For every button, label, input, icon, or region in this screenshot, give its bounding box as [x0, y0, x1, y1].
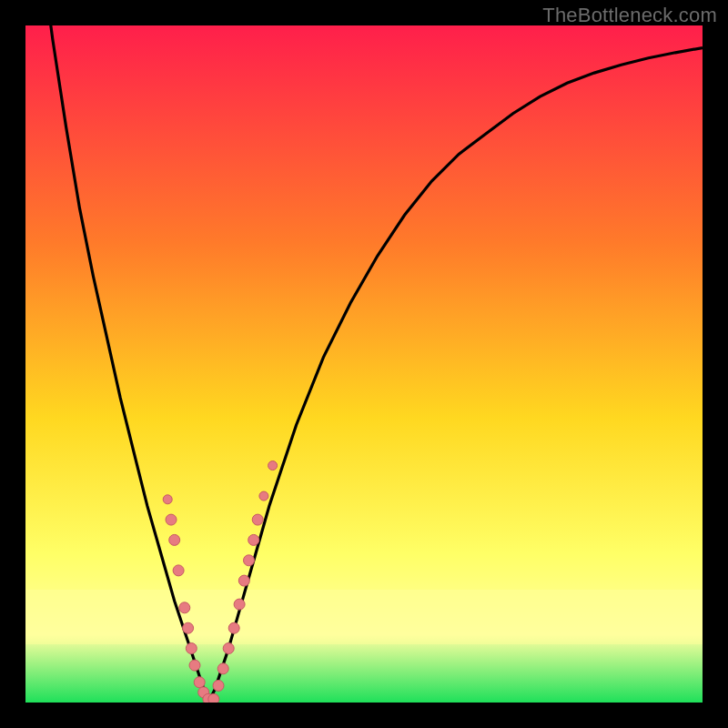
data-marker — [208, 693, 219, 703]
data-marker — [179, 602, 190, 613]
data-marker — [213, 680, 224, 691]
data-marker — [166, 514, 177, 525]
data-marker — [259, 491, 268, 500]
chart-svg — [25, 25, 703, 703]
pale-band — [25, 590, 703, 644]
data-marker — [217, 663, 228, 674]
watermark-text: TheBottleneck.com — [542, 4, 717, 27]
data-marker — [169, 534, 180, 545]
data-marker — [228, 622, 239, 633]
data-marker — [163, 495, 172, 504]
data-marker — [186, 643, 197, 654]
data-marker — [189, 660, 200, 671]
data-marker — [194, 677, 205, 688]
data-marker — [248, 534, 259, 545]
data-marker — [244, 555, 255, 566]
plot-area — [25, 25, 703, 703]
data-marker — [238, 575, 249, 586]
outer-frame: TheBottleneck.com — [0, 0, 728, 728]
data-marker — [234, 599, 245, 610]
data-marker — [252, 514, 263, 525]
data-marker — [183, 622, 194, 633]
data-marker — [223, 643, 234, 654]
data-marker — [173, 565, 184, 576]
data-marker — [268, 461, 278, 470]
